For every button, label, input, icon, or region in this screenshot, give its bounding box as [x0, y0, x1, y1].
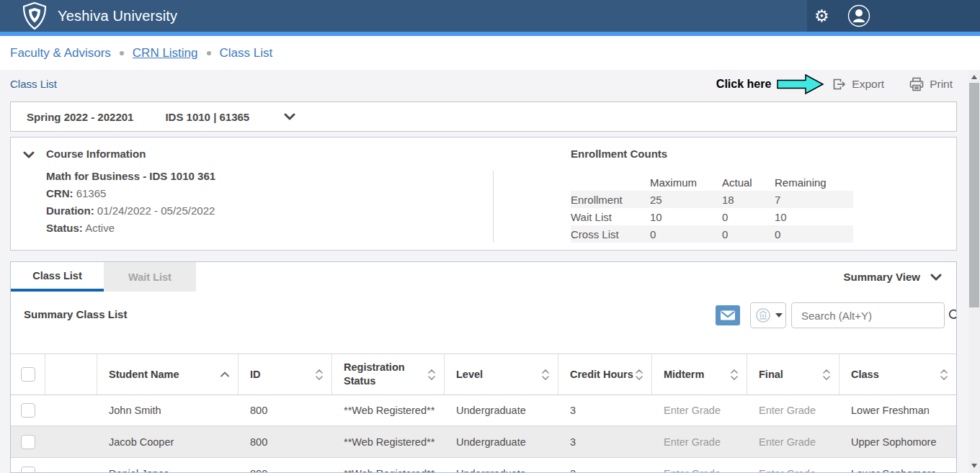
course-value: IDS 1010 | 61365	[165, 111, 249, 123]
active-tab-underline	[11, 289, 104, 292]
column-header-student-name[interactable]: Student Name	[97, 354, 239, 395]
table-row: Jacob Cooper 800 **Web Registered** Unde…	[11, 426, 956, 458]
student-name-cell: Daniel Jones	[97, 458, 239, 473]
registration-status-cell: **Web Registered**	[332, 426, 445, 457]
sort-asc-icon	[220, 371, 229, 377]
sort-both-icon	[823, 369, 830, 380]
student-name-cell: Jacob Cooper	[97, 426, 239, 457]
table-row: Daniel Jones 800 **Web Registered** Unde…	[11, 458, 956, 473]
annotation-arrow	[777, 73, 824, 95]
detail-column-header	[45, 354, 97, 395]
breadcrumb: Faculty & Advisors CRN Listing Class Lis…	[0, 36, 980, 70]
sort-both-icon	[940, 369, 948, 380]
institution-icon	[754, 307, 772, 324]
column-header-credit-hours[interactable]: Credit Hours	[558, 354, 652, 395]
sort-both-icon	[731, 369, 738, 380]
enrollment-row: Enrollment 25 18 7	[571, 191, 853, 208]
app-header-right: ⚙	[807, 0, 980, 32]
course-info-heading: Course Information	[46, 148, 146, 160]
credit-hours-cell: 3	[558, 426, 652, 457]
email-button[interactable]	[716, 305, 740, 325]
summary-view-selector[interactable]: Summary View	[844, 262, 942, 292]
waitlist-row: Wait List 10 0 10	[571, 208, 853, 225]
final-grade-cell[interactable]: Enter Grade	[747, 395, 839, 425]
class-standing-cell: Lower Sophomore	[839, 458, 956, 473]
class-standing-cell: Upper Sophomore	[839, 426, 956, 457]
breadcrumb-faculty-advisors[interactable]: Faculty & Advisors	[10, 46, 111, 60]
midterm-grade-cell[interactable]: Enter Grade	[652, 426, 747, 457]
course-info-details: Math for Business - IDS 1010 361 CRN: 61…	[46, 168, 215, 237]
search-icon[interactable]	[948, 308, 957, 323]
class-list-panel: Class List Wait List Summary View Summar…	[10, 261, 957, 473]
scrollbar-down-arrow[interactable]	[971, 464, 977, 468]
breadcrumb-class-list[interactable]: Class List	[220, 46, 273, 60]
column-header-midterm[interactable]: Midterm	[652, 354, 747, 395]
row-checkbox[interactable]	[21, 467, 35, 473]
sort-both-icon	[542, 369, 549, 380]
summary-class-list-heading: Summary Class List	[24, 308, 127, 320]
column-header-registration-status[interactable]: Registration Status	[332, 354, 445, 395]
final-grade-cell[interactable]: Enter Grade	[747, 426, 839, 457]
enrollment-counts-heading: Enrollment Counts	[571, 148, 667, 160]
tab-wait-list[interactable]: Wait List	[104, 262, 196, 292]
row-checkbox[interactable]	[21, 403, 35, 418]
page-title: Class List	[10, 78, 57, 90]
registration-status-cell: **Web Registered**	[332, 395, 445, 425]
credit-hours-cell: 3	[558, 395, 652, 425]
print-button[interactable]: Print	[909, 77, 953, 91]
registration-status-cell: **Web Registered**	[332, 458, 445, 473]
app-header: ⚙ Yeshiva University	[0, 0, 980, 32]
breadcrumb-separator	[120, 51, 124, 55]
grade-tools-dropdown[interactable]	[750, 302, 786, 328]
user-profile-icon[interactable]	[847, 4, 871, 28]
course-information-panel: Course Information Math for Business - I…	[10, 137, 957, 251]
midterm-grade-cell[interactable]: Enter Grade	[652, 458, 747, 473]
level-cell: Undergraduate	[445, 426, 558, 457]
scrollbar-thumb[interactable]	[969, 83, 979, 307]
column-header-final[interactable]: Final	[747, 354, 839, 395]
detail-cell	[45, 426, 97, 457]
detail-cell	[45, 395, 97, 425]
breadcrumb-separator	[207, 51, 211, 55]
export-icon	[832, 77, 847, 91]
breadcrumb-crn-listing[interactable]: CRN Listing	[133, 46, 198, 60]
class-standing-cell: Lower Freshman	[839, 395, 956, 425]
id-cell: 800	[239, 426, 332, 457]
tab-class-list[interactable]: Class List	[11, 262, 104, 289]
course-title: Math for Business - IDS 1010 361	[46, 168, 215, 185]
class-list-page: ⚙ Yeshiva University Faculty & A	[0, 0, 980, 473]
chevron-down-icon	[284, 113, 295, 120]
column-header-id[interactable]: ID	[239, 354, 332, 395]
select-all-checkbox[interactable]	[21, 367, 35, 382]
export-button[interactable]: Export	[832, 77, 884, 91]
print-icon	[909, 77, 925, 91]
vertical-scrollbar[interactable]	[968, 70, 980, 473]
detail-cell	[45, 458, 97, 473]
search-input[interactable]	[792, 310, 948, 322]
midterm-grade-cell[interactable]: Enter Grade	[652, 395, 747, 425]
table-row: John Smith 800 **Web Registered** Underg…	[11, 395, 956, 426]
term-course-selector[interactable]: Spring 2022 - 202201 IDS 1010 | 61365	[10, 102, 957, 132]
table-header-row: Student Name ID Registration Status Leve…	[11, 353, 956, 395]
panel-divider	[493, 171, 494, 243]
enrollment-counts-table: Maximum Actual Remaining Enrollment 25 1…	[571, 174, 853, 243]
print-label: Print	[930, 78, 953, 91]
course-status-line: Status: Active	[46, 220, 215, 237]
final-grade-cell[interactable]: Enter Grade	[747, 458, 839, 473]
course-crn-line: CRN: 61365	[46, 185, 215, 202]
row-checkbox[interactable]	[21, 435, 35, 449]
click-here-annotation: Click here	[716, 78, 771, 91]
chevron-down-icon	[930, 274, 942, 281]
select-all-cell	[11, 354, 45, 395]
sort-both-icon	[636, 369, 643, 380]
term-value: Spring 2022 - 202201	[27, 111, 133, 123]
column-header-level[interactable]: Level	[445, 354, 558, 395]
scrollbar-up-arrow[interactable]	[971, 75, 977, 79]
column-header-class[interactable]: Class	[839, 354, 956, 395]
id-cell: 800	[239, 458, 332, 473]
settings-gear-icon[interactable]: ⚙	[814, 8, 829, 24]
brand: Yeshiva University	[20, 0, 177, 32]
search-box	[791, 302, 945, 328]
collapse-chevron-icon[interactable]	[23, 151, 35, 158]
university-shield-logo	[20, 1, 49, 30]
